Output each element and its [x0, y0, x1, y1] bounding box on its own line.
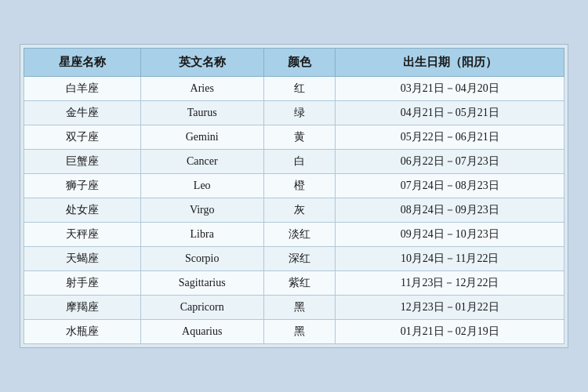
cell-color: 紫红: [263, 271, 336, 296]
cell-date: 08月24日－09月23日: [336, 198, 564, 223]
cell-date: 07月24日－08月23日: [336, 174, 564, 198]
cell-english-name: Scorpio: [140, 247, 263, 271]
cell-chinese-name: 巨蟹座: [24, 150, 141, 174]
cell-color: 白: [263, 150, 336, 174]
cell-english-name: Aquarius: [140, 320, 263, 344]
cell-color: 黑: [263, 320, 336, 344]
cell-chinese-name: 白羊座: [24, 77, 141, 101]
table-row: 天蝎座Scorpio深红10月24日－11月22日: [24, 247, 564, 271]
cell-english-name: Taurus: [140, 101, 263, 125]
cell-color: 绿: [263, 101, 336, 125]
table-row: 摩羯座Capricorn黑12月23日－01月22日: [24, 296, 564, 320]
cell-color: 淡红: [263, 223, 336, 247]
table-row: 双子座Gemini黄05月22日－06月21日: [24, 125, 564, 150]
cell-date: 05月22日－06月21日: [336, 125, 564, 150]
cell-english-name: Aries: [140, 77, 263, 101]
cell-english-name: Sagittarius: [140, 271, 263, 296]
table-row: 处女座Virgo灰08月24日－09月23日: [24, 198, 564, 223]
cell-color: 黄: [263, 125, 336, 150]
cell-color: 深红: [263, 247, 336, 271]
cell-chinese-name: 射手座: [24, 271, 141, 296]
table-row: 金牛座Taurus绿04月21日－05月21日: [24, 101, 564, 125]
table-row: 巨蟹座Cancer白06月22日－07月23日: [24, 150, 564, 174]
table-header-row: 星座名称 英文名称 颜色 出生日期（阳历）: [24, 49, 564, 77]
cell-date: 11月23日－12月22日: [336, 271, 564, 296]
cell-color: 灰: [263, 198, 336, 223]
cell-date: 01月21日－02月19日: [336, 320, 564, 344]
table-row: 白羊座Aries红03月21日－04月20日: [24, 77, 564, 101]
cell-chinese-name: 处女座: [24, 198, 141, 223]
cell-english-name: Virgo: [140, 198, 263, 223]
cell-chinese-name: 狮子座: [24, 174, 141, 198]
cell-chinese-name: 摩羯座: [24, 296, 141, 320]
header-date: 出生日期（阳历）: [336, 49, 564, 77]
cell-english-name: Capricorn: [140, 296, 263, 320]
header-chinese-name: 星座名称: [24, 49, 141, 77]
cell-chinese-name: 双子座: [24, 125, 141, 150]
cell-color: 黑: [263, 296, 336, 320]
table-row: 天秤座Libra淡红09月24日－10月23日: [24, 223, 564, 247]
table-row: 射手座Sagittarius紫红11月23日－12月22日: [24, 271, 564, 296]
cell-date: 10月24日－11月22日: [336, 247, 564, 271]
cell-chinese-name: 天秤座: [24, 223, 141, 247]
cell-date: 03月21日－04月20日: [336, 77, 564, 101]
header-color: 颜色: [263, 49, 336, 77]
cell-english-name: Gemini: [140, 125, 263, 150]
cell-date: 09月24日－10月23日: [336, 223, 564, 247]
cell-english-name: Leo: [140, 174, 263, 198]
cell-date: 12月23日－01月22日: [336, 296, 564, 320]
table-row: 水瓶座Aquarius黑01月21日－02月19日: [24, 320, 564, 344]
cell-color: 橙: [263, 174, 336, 198]
cell-date: 06月22日－07月23日: [336, 150, 564, 174]
cell-date: 04月21日－05月21日: [336, 101, 564, 125]
table-body: 白羊座Aries红03月21日－04月20日金牛座Taurus绿04月21日－0…: [24, 77, 564, 344]
header-english-name: 英文名称: [140, 49, 263, 77]
cell-chinese-name: 天蝎座: [24, 247, 141, 271]
cell-english-name: Libra: [140, 223, 263, 247]
cell-chinese-name: 金牛座: [24, 101, 141, 125]
cell-color: 红: [263, 77, 336, 101]
zodiac-table-container: 星座名称 英文名称 颜色 出生日期（阳历） 白羊座Aries红03月21日－04…: [20, 44, 568, 348]
zodiac-table: 星座名称 英文名称 颜色 出生日期（阳历） 白羊座Aries红03月21日－04…: [24, 48, 564, 344]
cell-chinese-name: 水瓶座: [24, 320, 141, 344]
table-row: 狮子座Leo橙07月24日－08月23日: [24, 174, 564, 198]
cell-english-name: Cancer: [140, 150, 263, 174]
